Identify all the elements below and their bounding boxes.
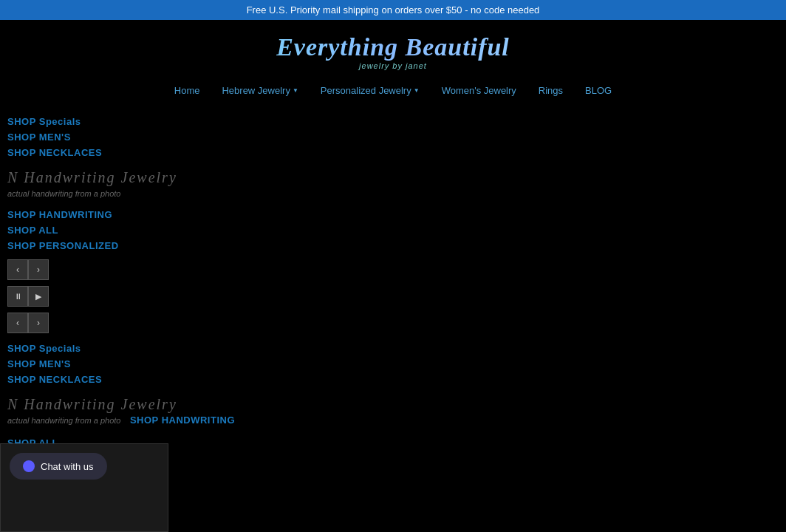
- pause-btn[interactable]: ⏸: [7, 286, 28, 307]
- next-icon: ›: [37, 265, 40, 275]
- chat-with-us-button[interactable]: Chat with us: [10, 453, 107, 480]
- nav-womens-jewelry[interactable]: Women's Jewelry: [442, 85, 516, 96]
- shop-mens-link-bot[interactable]: SHOP MEN'S: [0, 356, 786, 372]
- nav-home[interactable]: Home: [174, 85, 200, 96]
- top-banner: Free U.S. Priority mail shipping on orde…: [0, 0, 786, 20]
- handwriting-section-2: N Handwriting Jewelry actual handwriting…: [0, 390, 786, 432]
- next-icon-2: ›: [37, 318, 40, 328]
- play-icon: ▶: [35, 292, 41, 301]
- pause-icon: ⏸: [14, 292, 22, 301]
- banner-text: Free U.S. Priority mail shipping on orde…: [247, 4, 540, 16]
- chat-widget: Chat with us: [0, 443, 168, 532]
- site-title: Everything Beautiful: [0, 33, 786, 61]
- shop-handwriting-inline[interactable]: SHOP HANDWRITING: [124, 412, 242, 428]
- hw-description: actual handwriting from a photo: [7, 189, 779, 198]
- carousel-prev-btn-2[interactable]: ‹: [7, 313, 28, 333]
- prev-icon: ‹: [16, 265, 19, 275]
- carousel-controls-1: ‹ ›: [7, 259, 779, 280]
- chevron-down-icon: ▼: [414, 87, 420, 94]
- main-nav: Home Hebrew Jewelry ▼ Personalized Jewel…: [0, 78, 786, 106]
- carousel-controls-2: ‹ ›: [7, 313, 779, 333]
- shop-personalized-link-1[interactable]: SHOP PERSONALIZED: [0, 238, 786, 253]
- chat-button-label: Chat with us: [41, 461, 94, 472]
- hw-description-2: actual handwriting from a photo: [7, 416, 120, 425]
- pause-play-controls: ⏸ ▶: [7, 286, 779, 307]
- carousel-prev-btn-1[interactable]: ‹: [7, 259, 28, 280]
- chat-icon: [23, 460, 35, 472]
- site-subtitle: jewelry by janet: [0, 61, 786, 70]
- shop-all-link-1[interactable]: SHOP ALL: [0, 222, 786, 238]
- nav-blog[interactable]: BLOG: [585, 85, 612, 96]
- shop-mens-link-top[interactable]: SHOP MEN'S: [0, 129, 786, 145]
- shop-specials-link-bot[interactable]: SHOP Specials: [0, 341, 786, 356]
- carousel-next-btn-2[interactable]: ›: [28, 313, 49, 333]
- nav-rings[interactable]: Rings: [539, 85, 563, 96]
- prev-icon-2: ‹: [16, 318, 19, 328]
- site-header: Everything Beautiful jewelry by janet: [0, 20, 786, 78]
- hw-image-2: N Handwriting Jewelry: [7, 396, 779, 413]
- nav-hebrew-jewelry[interactable]: Hebrew Jewelry ▼: [222, 85, 298, 96]
- play-btn[interactable]: ▶: [28, 286, 49, 307]
- nav-personalized-jewelry[interactable]: Personalized Jewelry ▼: [321, 85, 420, 96]
- chevron-down-icon: ▼: [293, 87, 298, 94]
- shop-specials-link-top[interactable]: SHOP Specials: [0, 114, 786, 129]
- main-content: SHOP Specials SHOP MEN'S SHOP NECKLACES …: [0, 106, 786, 466]
- shop-necklaces-link-top[interactable]: SHOP NECKLACES: [0, 145, 786, 160]
- handwriting-section: N Handwriting Jewelry actual handwriting…: [0, 163, 786, 204]
- shop-handwriting-link-1[interactable]: SHOP HANDWRITING: [0, 207, 786, 222]
- hw-image: N Handwriting Jewelry: [7, 169, 779, 186]
- shop-necklaces-link-bot[interactable]: SHOP NECKLACES: [0, 372, 786, 387]
- carousel-next-btn-1[interactable]: ›: [28, 259, 49, 280]
